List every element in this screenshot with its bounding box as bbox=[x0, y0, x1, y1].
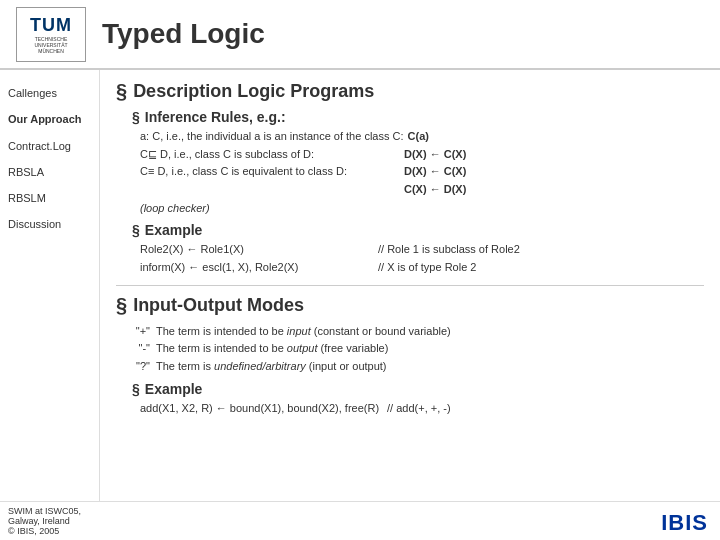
logic-row-1: C⊑ D, i.e., class C is subclass of D: D(… bbox=[140, 146, 704, 164]
example1-block: Role2(X) ← Role1(X) // Role 1 is subclas… bbox=[140, 241, 704, 276]
example2-bullet: § bbox=[132, 381, 140, 397]
section2-bullet: § bbox=[116, 294, 127, 317]
logic-table: a: C, i.e., the individual a is an insta… bbox=[140, 128, 704, 198]
logic-right-0: C(a) bbox=[408, 128, 429, 146]
footer-text: SWIM at ISWC05, Galway, Ireland © IBIS, … bbox=[8, 506, 81, 536]
logic-row-2: C≡ D, i.e., class C is equivalent to cla… bbox=[140, 163, 704, 181]
logic-left-0: a: C, i.e., the individual a is an insta… bbox=[140, 128, 404, 146]
example1-left-1: inform(X) ← escl(1, X), Role2(X) bbox=[140, 259, 370, 277]
subsection2-header: § Example bbox=[132, 222, 704, 238]
content-area: § Description Logic Programs § Inference… bbox=[100, 70, 720, 501]
io-list: "+" The term is intended to be input (co… bbox=[132, 323, 704, 376]
example1-row-0: Role2(X) ← Role1(X) // Role 1 is subclas… bbox=[140, 241, 704, 259]
sidebar-item-callenges[interactable]: Callenges bbox=[0, 80, 99, 106]
example1-comment-0: // Role 1 is subclass of Role2 bbox=[378, 241, 520, 259]
io-text-1: The term is intended to be output (free … bbox=[156, 340, 388, 358]
subsection1-title: Inference Rules, e.g.: bbox=[145, 109, 286, 125]
example2-block: add(X1, X2, R) ← bound(X1), bound(X2), f… bbox=[140, 400, 704, 418]
example2-row: add(X1, X2, R) ← bound(X1), bound(X2), f… bbox=[140, 400, 704, 418]
sidebar-item-our-approach[interactable]: Our Approach bbox=[0, 106, 99, 132]
example2-title: Example bbox=[145, 381, 203, 397]
io-row-2: "?" The term is undefined/arbitrary (inp… bbox=[132, 358, 704, 376]
logo: TUM TECHNISCHE UNIVERSITÄT MÜNCHEN bbox=[16, 7, 86, 62]
example1-left-0: Role2(X) ← Role1(X) bbox=[140, 241, 370, 259]
logic-left-2: C≡ D, i.e., class C is equivalent to cla… bbox=[140, 163, 400, 181]
sidebar-item-contractlog[interactable]: Contract.Log bbox=[0, 133, 99, 159]
subsection1-header: § Inference Rules, e.g.: bbox=[132, 109, 704, 125]
page-title: Typed Logic bbox=[102, 18, 265, 50]
sidebar-item-rbsla[interactable]: RBSLA bbox=[0, 159, 99, 185]
section2-header: § Input-Output Modes bbox=[116, 294, 704, 317]
main-layout: Callenges Our Approach Contract.Log RBSL… bbox=[0, 70, 720, 501]
loop-checker: (loop checker) bbox=[140, 202, 704, 214]
header: TUM TECHNISCHE UNIVERSITÄT MÜNCHEN Typed… bbox=[0, 0, 720, 70]
example2-comment: // add(+, +, -) bbox=[387, 400, 451, 418]
subsection2-bullet: § bbox=[132, 222, 140, 238]
io-section: "+" The term is intended to be input (co… bbox=[116, 323, 704, 376]
subsection1-bullet: § bbox=[132, 109, 140, 125]
section-divider bbox=[116, 285, 704, 286]
sidebar: Callenges Our Approach Contract.Log RBSL… bbox=[0, 70, 100, 501]
logic-row-0: a: C, i.e., the individual a is an insta… bbox=[140, 128, 704, 146]
subsection2: § Example Role2(X) ← Role1(X) // Role 1 … bbox=[132, 222, 704, 276]
logic-right-1: D(X) ← C(X) bbox=[404, 146, 466, 164]
example2-section: § Example add(X1, X2, R) ← bound(X1), bo… bbox=[132, 381, 704, 418]
section1-title: Description Logic Programs bbox=[133, 81, 374, 102]
logo-sub-text: TECHNISCHE UNIVERSITÄT MÜNCHEN bbox=[34, 36, 67, 54]
example1-comment-1: // X is of type Role 2 bbox=[378, 259, 476, 277]
section1-bullet: § bbox=[116, 80, 127, 103]
io-text-0: The term is intended to be input (consta… bbox=[156, 323, 451, 341]
io-text-2: The term is undefined/arbitrary (input o… bbox=[156, 358, 387, 376]
section2-title: Input-Output Modes bbox=[133, 295, 304, 316]
logic-right-2: D(X) ← C(X) bbox=[404, 163, 466, 181]
logo-tum-text: TUM bbox=[30, 15, 72, 36]
io-row-1: "-" The term is intended to be output (f… bbox=[132, 340, 704, 358]
ibis-logo: IBIS bbox=[661, 510, 708, 536]
subsection1: § Inference Rules, e.g.: a: C, i.e., the… bbox=[132, 109, 704, 214]
io-row-0: "+" The term is intended to be input (co… bbox=[132, 323, 704, 341]
io-symbol-2: "?" bbox=[132, 358, 150, 376]
logic-right-3: C(X) ← D(X) bbox=[404, 181, 466, 199]
io-symbol-0: "+" bbox=[132, 323, 150, 341]
section1-header: § Description Logic Programs bbox=[116, 80, 704, 103]
example2-left: add(X1, X2, R) ← bound(X1), bound(X2), f… bbox=[140, 400, 379, 418]
io-symbol-1: "-" bbox=[132, 340, 150, 358]
sidebar-item-rbslm[interactable]: RBSLM bbox=[0, 185, 99, 211]
subsection2-title: Example bbox=[145, 222, 203, 238]
example2-header: § Example bbox=[132, 381, 704, 397]
logic-row-3: C(X) ← D(X) bbox=[140, 181, 704, 199]
footer: SWIM at ISWC05, Galway, Ireland © IBIS, … bbox=[0, 501, 720, 540]
sidebar-item-discussion[interactable]: Discussion bbox=[0, 211, 99, 237]
example1-row-1: inform(X) ← escl(1, X), Role2(X) // X is… bbox=[140, 259, 704, 277]
logic-left-1: C⊑ D, i.e., class C is subclass of D: bbox=[140, 146, 400, 164]
